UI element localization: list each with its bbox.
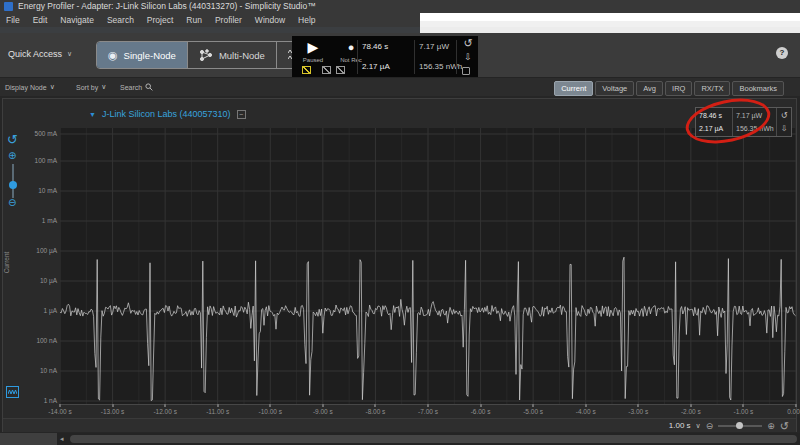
x-zoom-slider-thumb[interactable]	[736, 422, 743, 429]
multi-node-button[interactable]: Multi-Node	[188, 42, 277, 68]
sort-by-label: Sort by	[76, 84, 98, 91]
display-node-dropdown[interactable]: Display Node ∨	[5, 83, 55, 91]
play-state-label: Paused	[292, 57, 334, 63]
x-axis-tick	[374, 404, 376, 407]
search-control[interactable]: Search	[120, 83, 153, 92]
save-session-icon[interactable]: ⇩	[460, 52, 476, 62]
display-node-label: Display Node	[5, 84, 47, 91]
scrollbar-track[interactable]	[68, 434, 799, 444]
x-axis-label: -6.00 s	[461, 408, 501, 415]
y-axis-label: 10 mA	[29, 187, 57, 194]
divider	[456, 40, 457, 74]
waveform-plot[interactable]	[60, 128, 796, 404]
time-zoom-bar: 1.00 s ∨ ⊖ ⊕ ↺	[3, 418, 796, 432]
stats-reset-icon[interactable]: ↺	[781, 112, 788, 120]
x-axis-tick	[427, 404, 429, 407]
stats-col-left: 78.46 s 2.17 µA	[696, 108, 732, 136]
x-axis-label: -9.00 s	[303, 408, 343, 415]
tab-irq[interactable]: IRQ	[665, 81, 692, 96]
horizontal-scrollbar-row: ◂	[0, 433, 800, 445]
x-axis-label: -11.00 s	[198, 408, 238, 415]
play-icon[interactable]: ▶	[300, 38, 326, 56]
node-header: ▼ J-Link Silicon Labs (440057310) −	[89, 109, 246, 119]
stats-time: 78.46 s	[699, 112, 729, 119]
menubar-spacer	[420, 13, 800, 27]
minimize-node-icon[interactable]: −	[237, 110, 246, 119]
marker-icon-3[interactable]	[336, 66, 345, 74]
single-node-button[interactable]: ◉ Single-Node	[97, 42, 188, 68]
y-axis-label: 10 nA	[29, 367, 57, 374]
time-interval-dropdown[interactable]: 1.00 s	[669, 421, 691, 430]
tab-current[interactable]: Current	[554, 81, 593, 96]
record-icon[interactable]: ●	[338, 38, 364, 56]
menu-file[interactable]: File	[6, 15, 20, 25]
x-axis-tick	[217, 404, 219, 407]
stats-current: 2.17 µA	[699, 125, 729, 132]
menu-edit[interactable]: Edit	[33, 15, 48, 25]
reset-counters-icon[interactable]: ↺	[460, 37, 476, 50]
stats-icons: ↺ ⇩	[776, 108, 791, 136]
title-bar: Energy Profiler - Adapter: J-Link Silico…	[0, 0, 800, 13]
x-axis-tick	[585, 404, 587, 407]
scrollbar-corner	[0, 433, 57, 445]
single-node-icon: ◉	[108, 49, 118, 62]
y-axis-label: 100 µA	[29, 247, 57, 254]
chevron-down-icon: ∨	[50, 83, 55, 91]
stats-energy: 156.35 nWh	[736, 125, 773, 132]
y-zoom-in-icon[interactable]: ⊕	[8, 150, 16, 161]
menu-bar: File Edit Navigate Search Project Run Pr…	[0, 13, 800, 27]
sort-by-dropdown[interactable]: Sort by ∨	[76, 83, 106, 91]
stats-col-right: 7.17 µW 156.35 nWh	[732, 108, 776, 136]
multi-node-label: Multi-Node	[219, 50, 265, 61]
help-icon[interactable]: ?	[776, 47, 788, 59]
menu-search[interactable]: Search	[107, 15, 134, 25]
menu-profiler[interactable]: Profiler	[215, 15, 242, 25]
x-axis-tick	[112, 404, 114, 407]
menu-project[interactable]: Project	[147, 15, 173, 25]
search-label: Search	[120, 84, 142, 91]
quick-access-menu[interactable]: Quick Access ∨	[8, 49, 72, 59]
y-zoom-slider-thumb[interactable]	[9, 181, 17, 189]
export-icon[interactable]	[462, 67, 470, 75]
tab-avg[interactable]: Avg	[636, 81, 663, 96]
marker-icon-1[interactable]	[302, 66, 311, 74]
avg-power-value: 7.17 µW	[419, 42, 449, 51]
x-axis-label: -4.00 s	[566, 408, 606, 415]
x-axis-label: -8.00 s	[355, 408, 395, 415]
tab-bookmarks[interactable]: Bookmarks	[732, 81, 784, 96]
menu-run[interactable]: Run	[186, 15, 202, 25]
scroll-left-icon[interactable]: ◂	[60, 435, 64, 443]
marker-icon-2[interactable]	[322, 66, 331, 74]
menu-items: File Edit Navigate Search Project Run Pr…	[0, 13, 420, 27]
scrollbar-thumb[interactable]	[70, 435, 797, 443]
x-axis-tick	[164, 404, 166, 407]
menu-navigate[interactable]: Navigate	[60, 15, 94, 25]
stats-export-icon[interactable]: ⇩	[781, 125, 788, 133]
x-zoom-reset-icon[interactable]: ↺	[780, 421, 789, 431]
y-axis-label: 100 nA	[29, 337, 57, 344]
divider	[414, 40, 415, 74]
x-zoom-out-icon[interactable]: ⊖	[706, 421, 714, 431]
x-zoom-in-icon[interactable]: ⊕	[767, 421, 775, 431]
divider	[357, 40, 358, 74]
y-zoom-reset-icon[interactable]: ↺	[7, 132, 18, 147]
menu-window[interactable]: Window	[255, 15, 285, 25]
scope-mode-icon[interactable]	[6, 386, 19, 398]
single-node-label: Single-Node	[124, 50, 176, 61]
tab-voltage[interactable]: Voltage	[595, 81, 634, 96]
y-axis-label: 1 mA	[29, 217, 57, 224]
collapse-triangle-icon[interactable]: ▼	[89, 111, 96, 118]
chevron-down-icon: ∨	[67, 50, 72, 58]
y-zoom-out-icon[interactable]: ⊖	[8, 197, 16, 208]
x-axis-tick	[690, 404, 692, 407]
x-zoom-slider-track[interactable]	[718, 425, 762, 427]
chart-panel: ▼ J-Link Silicon Labs (440057310) − ↺ ⊕ …	[2, 98, 797, 432]
x-axis-label: -12.00 s	[145, 408, 185, 415]
node-title[interactable]: J-Link Silicon Labs (440057310)	[102, 109, 231, 119]
y-axis-label: 1 nA	[29, 397, 57, 404]
x-axis-tick	[59, 404, 61, 407]
y-axis-label: 10 µA	[29, 277, 57, 284]
tab-rxtx[interactable]: RX/TX	[694, 81, 730, 96]
stats-power: 7.17 µW	[736, 112, 773, 119]
menu-help[interactable]: Help	[298, 15, 315, 25]
